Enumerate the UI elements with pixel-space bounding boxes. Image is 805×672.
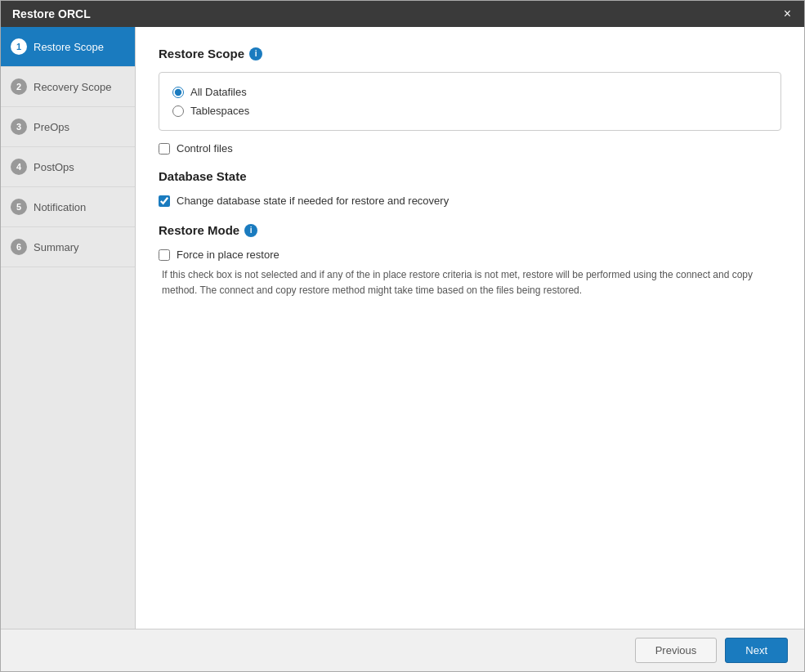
sidebar-label-summary: Summary	[34, 241, 79, 253]
restore-scope-info-icon[interactable]: i	[249, 47, 262, 60]
datafiles-radio-group: All Datafiles Tablespaces	[159, 72, 781, 131]
sidebar-item-notification[interactable]: 5 Notification	[1, 187, 135, 227]
tablespaces-radio-item[interactable]: Tablespaces	[172, 101, 767, 120]
db-state-row[interactable]: Change database state if needed for rest…	[159, 195, 781, 207]
sidebar: 1 Restore Scope 2 Recovery Scope 3 PreOp…	[1, 27, 136, 629]
force-restore-checkbox[interactable]	[159, 249, 170, 261]
control-files-row[interactable]: Control files	[159, 142, 781, 155]
all-datafiles-label: All Datafiles	[190, 86, 247, 98]
sidebar-item-postops[interactable]: 4 PostOps	[1, 147, 135, 187]
force-restore-label: Force in place restore	[177, 249, 280, 261]
dialog-title: Restore ORCL	[12, 7, 91, 20]
dialog-header: Restore ORCL ×	[1, 1, 804, 27]
all-datafiles-radio-item[interactable]: All Datafiles	[172, 83, 767, 101]
previous-button[interactable]: Previous	[635, 638, 718, 663]
all-datafiles-radio[interactable]	[172, 87, 184, 98]
next-button[interactable]: Next	[725, 638, 788, 663]
sidebar-label-preops: PreOps	[34, 121, 69, 133]
sidebar-label-recovery-scope: Recovery Scope	[34, 81, 111, 93]
tablespaces-label: Tablespaces	[190, 105, 249, 117]
step-number-3: 3	[11, 119, 27, 135]
tablespaces-radio[interactable]	[172, 105, 184, 117]
sidebar-label-notification: Notification	[34, 201, 86, 213]
restore-mode-description: If this check box is not selected and if…	[162, 267, 781, 298]
sidebar-item-recovery-scope[interactable]: 2 Recovery Scope	[1, 67, 135, 107]
dialog-body: 1 Restore Scope 2 Recovery Scope 3 PreOp…	[1, 27, 804, 629]
restore-scope-section-title: Restore Scope i	[159, 47, 781, 60]
sidebar-label-restore-scope: Restore Scope	[34, 41, 104, 53]
step-number-5: 5	[11, 199, 27, 215]
db-state-label: Change database state if needed for rest…	[177, 195, 449, 207]
database-state-title-text: Database State	[159, 169, 247, 183]
step-number-1: 1	[11, 38, 27, 55]
sidebar-item-restore-scope[interactable]: 1 Restore Scope	[1, 27, 135, 67]
restore-mode-info-icon[interactable]: i	[244, 224, 257, 237]
restore-mode-title-text: Restore Mode	[159, 223, 239, 237]
restore-dialog: Restore ORCL × 1 Restore Scope 2 Recover…	[0, 0, 805, 672]
db-state-checkbox[interactable]	[159, 195, 170, 207]
step-number-2: 2	[11, 78, 27, 95]
restore-mode-section: Restore Mode i Force in place restore If…	[159, 223, 781, 298]
step-number-4: 4	[11, 159, 27, 175]
restore-mode-title: Restore Mode i	[159, 223, 781, 237]
control-files-checkbox[interactable]	[159, 143, 170, 155]
sidebar-label-postops: PostOps	[34, 161, 74, 173]
control-files-label: Control files	[177, 142, 233, 155]
close-button[interactable]: ×	[782, 7, 793, 20]
database-state-section: Database State Change database state if …	[159, 169, 781, 207]
database-state-title: Database State	[159, 169, 781, 183]
dialog-footer: Previous Next	[1, 629, 804, 671]
sidebar-item-summary[interactable]: 6 Summary	[1, 227, 135, 267]
restore-scope-title-text: Restore Scope	[159, 47, 244, 60]
force-restore-row[interactable]: Force in place restore	[159, 249, 781, 261]
step-number-6: 6	[11, 239, 27, 255]
main-content: Restore Scope i All Datafiles Tablespace…	[136, 27, 804, 629]
sidebar-item-preops[interactable]: 3 PreOps	[1, 107, 135, 147]
